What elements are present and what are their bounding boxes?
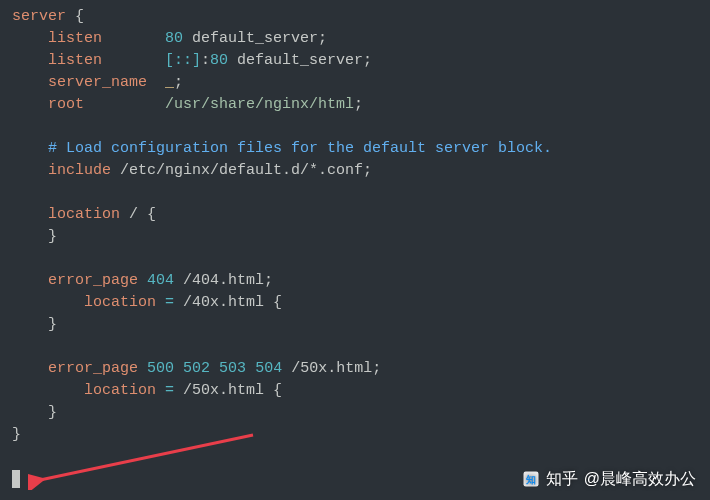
kw-server: server	[12, 8, 66, 25]
kw-location: location	[12, 206, 120, 223]
kw-location: location	[12, 294, 156, 311]
nginx-config-code: server { listen 80 default_server; liste…	[12, 6, 698, 446]
kw-servername: server_name	[12, 74, 147, 91]
svg-text:知: 知	[525, 474, 536, 485]
watermark: 知 知乎 @晨峰高效办公	[522, 468, 696, 490]
kw-location: location	[12, 382, 156, 399]
kw-include: include	[12, 162, 111, 179]
terminal-cursor	[12, 470, 20, 488]
watermark-text: @晨峰高效办公	[584, 468, 696, 490]
kw-errorpage: error_page	[12, 272, 138, 289]
zhihu-logo-icon: 知	[522, 470, 540, 488]
watermark-prefix: 知乎	[546, 468, 578, 490]
kw-listen: listen	[12, 52, 102, 69]
kw-errorpage: error_page	[12, 360, 138, 377]
kw-listen: listen	[12, 30, 102, 47]
comment-line: # Load configuration files for the defau…	[12, 140, 552, 157]
kw-root: root	[12, 96, 84, 113]
